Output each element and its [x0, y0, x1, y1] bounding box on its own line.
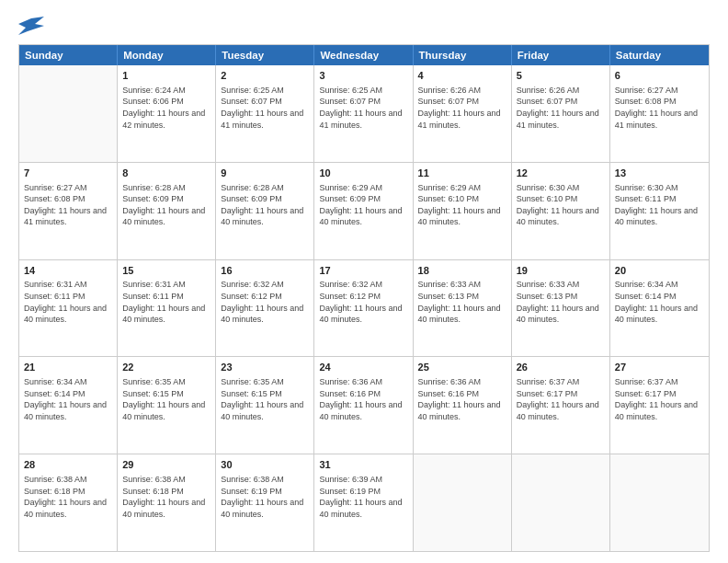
day-number: 30 [221, 458, 309, 472]
calendar-cell [19, 65, 118, 162]
calendar-cell: 9Sunrise: 6:28 AMSunset: 6:09 PMDaylight… [216, 163, 314, 259]
calendar-cell: 14Sunrise: 6:31 AMSunset: 6:11 PMDayligh… [19, 260, 118, 357]
day-number: 9 [221, 167, 309, 180]
calendar-cell: 6Sunrise: 6:27 AMSunset: 6:08 PMDaylight… [610, 65, 709, 162]
logo-bird-icon [18, 15, 44, 35]
cell-info: Sunrise: 6:38 AMSunset: 6:19 PMDaylight:… [221, 474, 309, 520]
cell-info: Sunrise: 6:33 AMSunset: 6:13 PMDaylight:… [418, 279, 506, 325]
calendar-body: 1Sunrise: 6:24 AMSunset: 6:06 PMDaylight… [19, 65, 709, 551]
day-number: 26 [517, 361, 605, 374]
cell-info: Sunrise: 6:28 AMSunset: 6:09 PMDaylight:… [221, 182, 309, 228]
calendar-cell: 28Sunrise: 6:38 AMSunset: 6:18 PMDayligh… [19, 454, 118, 551]
day-number: 18 [418, 264, 506, 278]
cell-info: Sunrise: 6:27 AMSunset: 6:08 PMDaylight:… [24, 182, 112, 228]
calendar-cell: 15Sunrise: 6:31 AMSunset: 6:11 PMDayligh… [118, 260, 216, 357]
cell-info: Sunrise: 6:36 AMSunset: 6:16 PMDaylight:… [418, 376, 506, 422]
calendar-cell: 20Sunrise: 6:34 AMSunset: 6:14 PMDayligh… [610, 260, 709, 357]
day-number: 15 [122, 264, 210, 278]
cell-info: Sunrise: 6:25 AMSunset: 6:07 PMDaylight:… [221, 85, 309, 131]
cell-info: Sunrise: 6:34 AMSunset: 6:14 PMDaylight:… [615, 279, 704, 325]
cell-info: Sunrise: 6:39 AMSunset: 6:19 PMDaylight:… [319, 474, 407, 520]
day-number: 6 [615, 69, 704, 83]
header-day-wednesday: Wednesday [314, 45, 413, 65]
header-day-sunday: Sunday [19, 45, 118, 65]
cell-info: Sunrise: 6:38 AMSunset: 6:18 PMDaylight:… [122, 474, 210, 520]
calendar-cell: 31Sunrise: 6:39 AMSunset: 6:19 PMDayligh… [314, 454, 413, 551]
cell-info: Sunrise: 6:31 AMSunset: 6:11 PMDaylight:… [24, 279, 112, 325]
calendar-week-2: 7Sunrise: 6:27 AMSunset: 6:08 PMDaylight… [19, 163, 709, 260]
day-number: 28 [24, 458, 112, 472]
calendar-cell: 5Sunrise: 6:26 AMSunset: 6:07 PMDaylight… [512, 65, 610, 162]
calendar-cell: 3Sunrise: 6:25 AMSunset: 6:07 PMDaylight… [314, 65, 413, 162]
day-number: 16 [221, 264, 309, 278]
day-number: 22 [122, 361, 210, 374]
cell-info: Sunrise: 6:34 AMSunset: 6:14 PMDaylight:… [24, 376, 112, 422]
day-number: 5 [517, 69, 605, 83]
day-number: 19 [517, 264, 605, 278]
cell-info: Sunrise: 6:27 AMSunset: 6:08 PMDaylight:… [615, 85, 704, 131]
calendar-cell: 18Sunrise: 6:33 AMSunset: 6:13 PMDayligh… [414, 260, 512, 357]
day-number: 7 [24, 167, 112, 180]
calendar-cell [610, 454, 709, 551]
day-number: 1 [122, 69, 210, 83]
day-number: 25 [418, 361, 506, 374]
calendar-cell: 12Sunrise: 6:30 AMSunset: 6:10 PMDayligh… [512, 163, 610, 259]
header-day-monday: Monday [118, 45, 216, 65]
day-number: 24 [319, 361, 407, 374]
calendar-week-3: 14Sunrise: 6:31 AMSunset: 6:11 PMDayligh… [19, 260, 709, 358]
svg-marker-0 [18, 17, 44, 35]
calendar-cell: 7Sunrise: 6:27 AMSunset: 6:08 PMDaylight… [19, 163, 118, 259]
cell-info: Sunrise: 6:25 AMSunset: 6:07 PMDaylight:… [319, 85, 407, 131]
day-number: 31 [319, 458, 407, 472]
cell-info: Sunrise: 6:32 AMSunset: 6:12 PMDaylight:… [221, 279, 309, 325]
cell-info: Sunrise: 6:24 AMSunset: 6:06 PMDaylight:… [122, 85, 210, 131]
header-day-tuesday: Tuesday [216, 45, 314, 65]
calendar-cell: 10Sunrise: 6:29 AMSunset: 6:09 PMDayligh… [314, 163, 413, 259]
calendar-cell: 30Sunrise: 6:38 AMSunset: 6:19 PMDayligh… [216, 454, 314, 551]
calendar-week-4: 21Sunrise: 6:34 AMSunset: 6:14 PMDayligh… [19, 357, 709, 454]
cell-info: Sunrise: 6:29 AMSunset: 6:09 PMDaylight:… [319, 182, 407, 228]
day-number: 3 [319, 69, 407, 83]
header-day-thursday: Thursday [414, 45, 512, 65]
cell-info: Sunrise: 6:37 AMSunset: 6:17 PMDaylight:… [517, 376, 605, 422]
day-number: 10 [319, 167, 407, 180]
calendar-cell: 2Sunrise: 6:25 AMSunset: 6:07 PMDaylight… [216, 65, 314, 162]
cell-info: Sunrise: 6:30 AMSunset: 6:10 PMDaylight:… [517, 182, 605, 228]
cell-info: Sunrise: 6:26 AMSunset: 6:07 PMDaylight:… [517, 85, 605, 131]
day-number: 17 [319, 264, 407, 278]
calendar-cell: 26Sunrise: 6:37 AMSunset: 6:17 PMDayligh… [512, 357, 610, 454]
cell-info: Sunrise: 6:33 AMSunset: 6:13 PMDaylight:… [517, 279, 605, 325]
day-number: 2 [221, 69, 309, 83]
calendar-cell: 27Sunrise: 6:37 AMSunset: 6:17 PMDayligh… [610, 357, 709, 454]
cell-info: Sunrise: 6:35 AMSunset: 6:15 PMDaylight:… [221, 376, 309, 422]
day-number: 23 [221, 361, 309, 374]
calendar-cell: 8Sunrise: 6:28 AMSunset: 6:09 PMDaylight… [118, 163, 216, 259]
cell-info: Sunrise: 6:32 AMSunset: 6:12 PMDaylight:… [319, 279, 407, 325]
header-day-saturday: Saturday [610, 45, 709, 65]
day-number: 14 [24, 264, 112, 278]
day-number: 4 [418, 69, 506, 83]
calendar-cell: 16Sunrise: 6:32 AMSunset: 6:12 PMDayligh… [216, 260, 314, 357]
calendar: SundayMondayTuesdayWednesdayThursdayFrid… [18, 44, 710, 552]
calendar-cell: 29Sunrise: 6:38 AMSunset: 6:18 PMDayligh… [118, 454, 216, 551]
cell-info: Sunrise: 6:36 AMSunset: 6:16 PMDaylight:… [319, 376, 407, 422]
day-number: 29 [122, 458, 210, 472]
header [18, 15, 710, 35]
day-number: 8 [122, 167, 210, 180]
calendar-cell: 24Sunrise: 6:36 AMSunset: 6:16 PMDayligh… [314, 357, 413, 454]
day-number: 21 [24, 361, 112, 374]
calendar-week-1: 1Sunrise: 6:24 AMSunset: 6:06 PMDaylight… [19, 65, 709, 163]
calendar-cell [414, 454, 512, 551]
day-number: 20 [615, 264, 704, 278]
header-day-friday: Friday [512, 45, 610, 65]
cell-info: Sunrise: 6:30 AMSunset: 6:11 PMDaylight:… [615, 182, 704, 228]
cell-info: Sunrise: 6:28 AMSunset: 6:09 PMDaylight:… [122, 182, 210, 228]
day-number: 27 [615, 361, 704, 374]
calendar-cell [512, 454, 610, 551]
day-number: 13 [615, 167, 704, 180]
cell-info: Sunrise: 6:35 AMSunset: 6:15 PMDaylight:… [122, 376, 210, 422]
calendar-cell: 25Sunrise: 6:36 AMSunset: 6:16 PMDayligh… [414, 357, 512, 454]
calendar-cell: 23Sunrise: 6:35 AMSunset: 6:15 PMDayligh… [216, 357, 314, 454]
day-number: 12 [517, 167, 605, 180]
calendar-cell: 13Sunrise: 6:30 AMSunset: 6:11 PMDayligh… [610, 163, 709, 259]
